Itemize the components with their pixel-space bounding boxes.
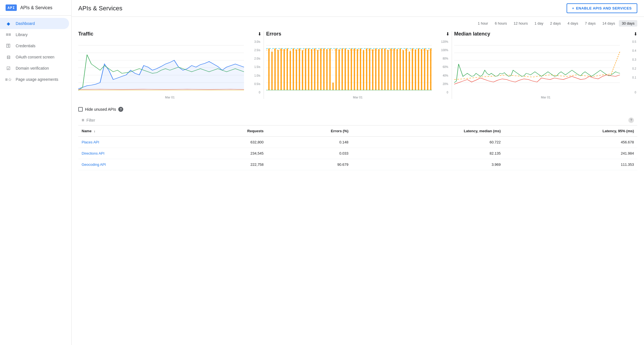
cell-requests: 632,800 [186, 137, 267, 148]
sidebar-item-credentials[interactable]: ⚿ Credentials [0, 40, 69, 51]
chart-divider-2 [452, 31, 452, 99]
domain-nav-icon: ☑ [6, 65, 11, 71]
time-btn-4-days[interactable]: 4 days [565, 20, 581, 27]
svg-rect-32 [317, 50, 319, 90]
sidebar-item-label-dashboard: Dashboard [16, 21, 35, 26]
svg-rect-30 [311, 49, 312, 90]
filter-text: Filter [86, 118, 95, 122]
svg-rect-46 [360, 48, 361, 90]
svg-rect-47 [363, 50, 364, 90]
hide-unused-label: Hide unused APIs [85, 107, 116, 112]
cell-latency-median: 60.722 [352, 137, 504, 148]
svg-marker-7 [78, 60, 244, 90]
api-table: Name ↓ Requests Errors (%) Latency, medi… [78, 126, 637, 170]
sidebar-item-library[interactable]: ≡≡ Library [0, 29, 69, 40]
svg-rect-60 [403, 50, 404, 90]
hide-unused-checkbox[interactable] [78, 107, 83, 112]
sidebar-item-dashboard[interactable]: ◆ Dashboard [0, 18, 69, 29]
enable-btn-label: ENABLE APIS AND SERVICES [576, 6, 632, 10]
svg-rect-35 [326, 49, 328, 90]
svg-rect-25 [296, 49, 297, 90]
sort-icon[interactable]: ↓ [94, 129, 95, 133]
errors-x-label: Mar 01 [266, 96, 449, 99]
library-nav-icon: ≡≡ [6, 32, 11, 37]
svg-rect-67 [424, 48, 425, 90]
latency-download-icon[interactable]: ⬇ [634, 31, 637, 37]
cell-name[interactable]: Directions API [78, 148, 186, 159]
col-errors: Errors (%) [267, 126, 352, 137]
traffic-x-label: Mar 01 [78, 96, 261, 99]
sidebar-item-page_usage[interactable]: ≡☆ Page usage agreements [0, 74, 69, 85]
cell-name[interactable]: Geocoding API [78, 159, 186, 170]
svg-rect-23 [290, 51, 291, 90]
svg-rect-34 [323, 48, 325, 90]
svg-rect-43 [351, 48, 352, 90]
cell-latency-median: 3.969 [352, 159, 504, 170]
time-btn-1-day[interactable]: 1 day [532, 20, 546, 27]
svg-rect-44 [354, 48, 355, 90]
cell-name[interactable]: Places API [78, 137, 186, 148]
oauth-nav-icon: ⊟ [6, 54, 11, 60]
cell-errors: 0.148 [267, 137, 352, 148]
time-btn-12-hours[interactable]: 12 hours [511, 20, 531, 27]
traffic-chart: Traffic ⬇ [78, 31, 261, 99]
time-btn-14-days[interactable]: 14 days [600, 20, 618, 27]
latency-chart: Median latency ⬇ [454, 31, 637, 99]
svg-rect-50 [372, 49, 373, 90]
api-logo: API [6, 4, 17, 11]
cell-latency-95: 241.984 [504, 148, 637, 159]
svg-rect-39 [338, 49, 340, 90]
time-range-selector: 1 hour6 hours12 hours1 day2 days4 days7 … [72, 17, 644, 27]
svg-rect-40 [342, 48, 343, 90]
svg-rect-54 [384, 48, 386, 90]
svg-rect-55 [387, 50, 389, 90]
svg-rect-53 [381, 48, 383, 90]
svg-rect-33 [320, 48, 322, 90]
svg-rect-49 [369, 48, 371, 90]
table-help-icon[interactable]: ? [628, 117, 634, 123]
svg-rect-61 [406, 48, 407, 90]
svg-rect-51 [375, 48, 377, 90]
time-btn-7-days[interactable]: 7 days [582, 20, 598, 27]
charts-area: Traffic ⬇ [72, 27, 644, 103]
svg-rect-24 [293, 48, 294, 90]
hide-unused-help-icon[interactable]: ? [118, 107, 123, 112]
traffic-download-icon[interactable]: ⬇ [258, 31, 261, 37]
api-table-section: ≡ Filter ? Name ↓ Requests Errors (%) La… [72, 115, 644, 177]
enable-apis-button[interactable]: + ENABLE APIS AND SERVICES [567, 3, 637, 13]
errors-download-icon[interactable]: ⬇ [446, 31, 449, 37]
latency-chart-wrapper: 0.50.40.30.20.10 [454, 39, 637, 95]
sidebar-item-domain[interactable]: ☑ Domain verification [0, 63, 69, 74]
sidebar-item-oauth[interactable]: ⊟ OAuth consent screen [0, 51, 69, 63]
svg-rect-26 [299, 48, 300, 90]
table-row: Geocoding API 222,758 90.679 3.969 111.3… [78, 159, 637, 170]
sidebar-title: APIs & Services [20, 5, 52, 10]
hide-unused-row: Hide unused APIs ? [72, 103, 644, 115]
svg-rect-62 [409, 51, 410, 90]
svg-rect-64 [415, 49, 416, 90]
errors-y-labels: 120%100%80%60%40%20%0 [439, 39, 449, 95]
time-btn-1-hour[interactable]: 1 hour [475, 20, 491, 27]
svg-rect-28 [305, 48, 306, 90]
filter-icon: ≡ [82, 118, 84, 123]
sidebar-item-label-credentials: Credentials [16, 44, 35, 48]
svg-rect-19 [278, 50, 279, 90]
svg-rect-57 [394, 48, 395, 90]
credentials-nav-icon: ⚿ [6, 43, 11, 49]
cell-errors: 0.033 [267, 148, 352, 159]
cell-latency-95: 111.353 [504, 159, 637, 170]
svg-rect-31 [314, 48, 316, 90]
latency-chart-title: Median latency [454, 31, 490, 37]
cell-errors: 90.679 [267, 159, 352, 170]
svg-rect-66 [421, 49, 422, 90]
svg-rect-38 [335, 48, 337, 90]
svg-rect-27 [302, 50, 303, 90]
time-btn-30-days[interactable]: 30 days [619, 20, 637, 27]
time-btn-6-hours[interactable]: 6 hours [492, 20, 510, 27]
svg-rect-18 [274, 48, 276, 90]
svg-rect-41 [345, 48, 346, 90]
svg-rect-65 [418, 48, 419, 90]
time-btn-2-days[interactable]: 2 days [547, 20, 564, 27]
cell-latency-median: 82.135 [352, 148, 504, 159]
svg-rect-68 [427, 50, 428, 90]
